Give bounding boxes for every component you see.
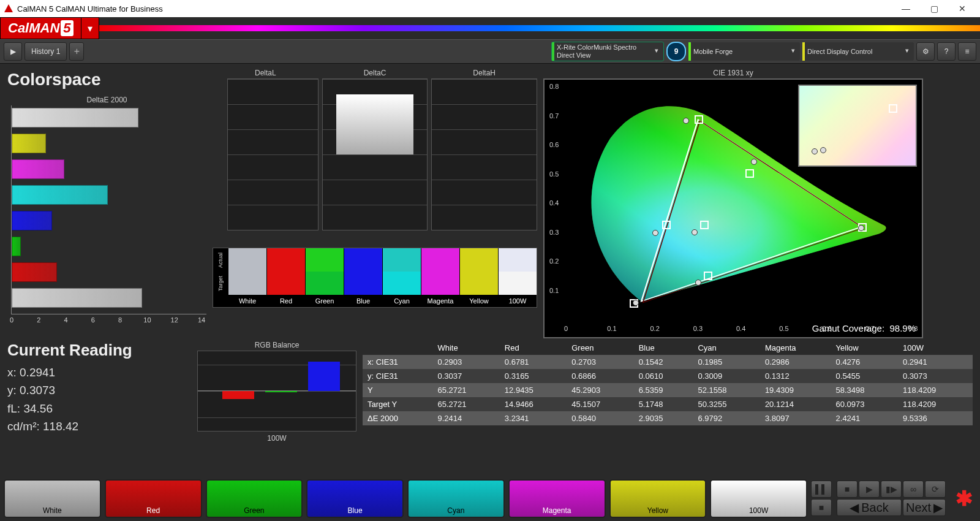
tab-history[interactable]: History 1: [24, 42, 67, 61]
swatch-actual-green: [305, 248, 344, 272]
swatch-target-yellow: [459, 272, 498, 295]
color-button-100w[interactable]: 100W: [710, 479, 807, 518]
cie-target-point: [700, 221, 709, 229]
deltae-bar-green: [12, 237, 21, 256]
reading-cdm2: cd/m²: 118.42: [7, 417, 191, 435]
refresh-button[interactable]: ⟳: [925, 481, 946, 498]
color-button-red[interactable]: Red: [105, 479, 202, 518]
play-button[interactable]: ▶: [4, 42, 22, 61]
menu-button[interactable]: ≡: [958, 42, 976, 61]
swatch-target-white: [228, 272, 266, 295]
step-button[interactable]: ▮▶: [881, 481, 902, 498]
gamut-coverage-label: Gamut Coverage: 98.9%: [812, 323, 916, 333]
cie-panel: CIE 1931 xy: [543, 69, 923, 338]
deltae-bar-cyan: [12, 185, 108, 205]
color-button-cyan[interactable]: Cyan: [407, 479, 505, 518]
help-button[interactable]: ?: [937, 42, 956, 61]
delta-panels: DeltaL -15-10-5051015100W DeltaC 100W De…: [213, 69, 537, 338]
pause-button[interactable]: ▌▌: [811, 481, 832, 498]
deltae-bar-magenta: [12, 159, 64, 179]
cie-measured-point: [692, 229, 698, 235]
run-button[interactable]: ▶: [859, 481, 880, 498]
cie-inset-zoom: [798, 85, 917, 167]
minimize-button[interactable]: —: [892, 0, 920, 17]
deltal-chart: DeltaL -15-10-5051015100W: [213, 69, 318, 230]
meter-source-dropdown[interactable]: X-Rite ColorMunki SpectroDirect View: [551, 42, 664, 61]
color-button-green[interactable]: Green: [206, 479, 303, 518]
cie-target-point: [704, 272, 712, 280]
back-button[interactable]: ◀ Back: [837, 499, 902, 516]
swatch-actual-white: [228, 248, 266, 272]
close-button[interactable]: ✕: [948, 0, 976, 17]
bottom-bar: WhiteRedGreenBlueCyanMagentaYellow100W ▌…: [0, 476, 980, 521]
rgb-balance-panel: RGB Balance -20020 100W: [197, 341, 356, 444]
cie-measured-point: [683, 118, 689, 124]
swatch-target-magenta: [421, 272, 459, 295]
deltae-bar-red: [12, 262, 57, 282]
next-button[interactable]: Next ▶: [903, 499, 946, 516]
transport-controls: ■ ▶ ▮▶ ∞ ⟳ ◀ Back Next ▶: [837, 481, 946, 516]
swatch-target-cyan: [382, 272, 421, 295]
brand-logo: CalMAN5: [0, 17, 81, 39]
reading-y: y: 0.3073: [7, 381, 191, 399]
color-button-blue[interactable]: Blue: [306, 479, 404, 518]
swatch-target-green: [305, 272, 344, 295]
rgb-bar-G: [265, 391, 297, 392]
meter-count-badge[interactable]: 9: [666, 42, 686, 61]
loop-button[interactable]: ∞: [903, 481, 924, 498]
rec-stop-button[interactable]: ■: [837, 481, 858, 498]
deltac-chart: DeltaC 100W: [322, 69, 428, 230]
color-button-yellow[interactable]: Yellow: [609, 479, 707, 518]
page-title: Colorspace: [7, 70, 206, 89]
swatch-actual-magenta: [421, 248, 459, 272]
cie-measured-point: [652, 230, 658, 236]
add-tab-button[interactable]: +: [69, 42, 84, 61]
swatch-actual-cyan: [382, 248, 421, 272]
swatch-actual-red: [266, 248, 305, 272]
stop-button[interactable]: ■: [811, 499, 832, 516]
help-icon: ?: [944, 47, 949, 56]
color-button-magenta[interactable]: Magenta: [508, 479, 606, 518]
swatch-panel: Actual Target WhiteRedGreenBlueCyanMagen…: [213, 248, 537, 308]
cie-chart: 00.10.20.30.40.50.60.70.80.10.20.30.40.5…: [543, 78, 923, 338]
deltah-chart: DeltaH 100W: [431, 69, 537, 230]
reading-fl: fL: 34.56: [7, 400, 191, 417]
asterisk-icon: ✱: [956, 486, 973, 511]
swatch-target-100w: [498, 272, 537, 295]
generator-source-dropdown[interactable]: Mobile Forge: [688, 42, 800, 61]
gear-icon: ⚙: [922, 47, 929, 56]
svg-marker-0: [4, 4, 13, 12]
swatch-actual-yellow: [459, 248, 498, 272]
toolbar: ▶ History 1 + X-Rite ColorMunki SpectroD…: [0, 39, 980, 64]
app-icon: [4, 4, 13, 13]
rgb-bar-R: [222, 391, 254, 399]
spectrum-stripe: [99, 25, 980, 31]
deltae-chart: 02468101214: [11, 105, 206, 314]
window-titlebar: CalMAN 5 CalMAN Ultimate for Business — …: [0, 0, 980, 17]
cie-target-point: [662, 221, 671, 229]
swatch-target-blue: [344, 272, 382, 295]
data-table: WhiteRedGreenBlueCyanMagentaYellow100Wx:…: [363, 341, 973, 444]
reading-x: x: 0.2941: [7, 363, 191, 381]
settings-button[interactable]: ⚙: [916, 42, 935, 61]
cie-measured-point: [751, 159, 757, 165]
rgb-bar-B: [308, 362, 340, 391]
swatch-target-red: [266, 272, 305, 295]
window-title: CalMAN 5 CalMAN Ultimate for Business: [17, 4, 163, 13]
deltae-bar-yellow: [12, 134, 46, 153]
rgb-balance-chart: -20020: [197, 351, 356, 432]
deltae-bar-100w: [12, 288, 142, 308]
deltae-chart-title: DeltaE 2000: [7, 96, 206, 104]
deltae-panel: Colorspace DeltaE 2000 02468101214: [7, 69, 206, 338]
swatch-actual-100w: [498, 248, 537, 272]
swatch-actual-blue: [344, 248, 382, 272]
brand-menu-dropdown[interactable]: ▾: [81, 17, 99, 39]
deltae-bar-white: [12, 108, 138, 127]
brand-bar: CalMAN5 ▾: [0, 17, 980, 39]
menu-icon: ≡: [965, 47, 969, 56]
color-button-white[interactable]: White: [4, 479, 101, 518]
cie-target-point: [745, 169, 754, 178]
maximize-button[interactable]: ▢: [920, 0, 948, 17]
display-source-dropdown[interactable]: Direct Display Control: [802, 42, 914, 61]
current-reading-panel: Current Reading x: 0.2941 y: 0.3073 fL: …: [7, 341, 191, 444]
